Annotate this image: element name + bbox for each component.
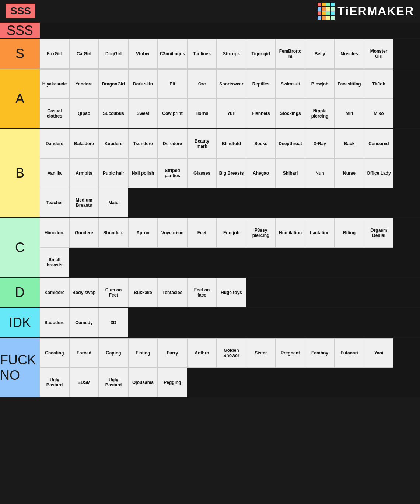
list-item[interactable]: Huge toys [217, 278, 246, 307]
list-item[interactable]: Hiyakasude [40, 69, 69, 99]
list-item[interactable]: Stockings [276, 99, 305, 128]
list-item[interactable]: Cow print [158, 99, 187, 128]
list-item[interactable]: Fisting [128, 338, 158, 368]
list-item[interactable]: Shundere [99, 218, 128, 248]
list-item[interactable]: Biting [335, 218, 364, 248]
list-item[interactable]: Vanilla [40, 158, 69, 188]
list-item[interactable]: Ojousama [128, 368, 158, 397]
list-item[interactable]: Forced [69, 338, 99, 368]
list-item[interactable]: X-Ray [305, 129, 335, 158]
list-item[interactable]: Sister [246, 338, 276, 368]
list-item[interactable]: Blindfold [217, 129, 246, 158]
list-item[interactable]: Qipao [69, 99, 99, 128]
list-item[interactable]: Shibari [276, 158, 305, 188]
list-item[interactable]: Sportswear [217, 69, 246, 99]
list-item[interactable]: Casual clothes [40, 99, 69, 128]
list-item[interactable]: Teacher [40, 188, 69, 217]
list-item[interactable]: Ugly Bastard [40, 368, 69, 397]
list-item[interactable]: BDSM [69, 368, 99, 397]
list-item[interactable]: Cum on Feet [99, 278, 128, 307]
list-item[interactable]: Maid [99, 188, 128, 217]
list-item[interactable]: Sadodere [40, 308, 69, 337]
list-item[interactable]: Feet on face [187, 278, 217, 307]
list-item[interactable]: Vtuber [128, 39, 158, 69]
list-item[interactable]: Yuri [217, 99, 246, 128]
list-item[interactable]: Lactation [305, 218, 335, 248]
list-item[interactable]: Cheating [40, 338, 69, 368]
list-item[interactable]: FoxGirl [40, 39, 69, 69]
list-item[interactable]: Himedere [40, 218, 69, 248]
list-item[interactable]: Deepthroat [276, 129, 305, 158]
list-item[interactable]: Socks [246, 129, 276, 158]
list-item[interactable]: Gaping [99, 338, 128, 368]
list-item[interactable]: Nurse [335, 158, 364, 188]
list-item[interactable]: Facesitting [335, 69, 364, 99]
list-item[interactable]: Belly [305, 39, 335, 69]
list-item[interactable]: Office Lady [364, 158, 393, 188]
list-item[interactable]: Orgasm Denial [364, 218, 393, 248]
list-item[interactable]: Yandere [69, 69, 99, 99]
list-item[interactable]: Orc [187, 69, 217, 99]
list-item[interactable]: Comedy [69, 308, 99, 337]
list-item[interactable]: Pegging [158, 368, 187, 397]
list-item[interactable]: Milf [335, 99, 364, 128]
list-item[interactable]: Pubic hair [99, 158, 128, 188]
list-item[interactable]: Back [335, 129, 364, 158]
list-item[interactable]: Body swap [69, 278, 99, 307]
list-item[interactable]: Deredere [158, 129, 187, 158]
list-item[interactable]: Ugly Bastard [99, 368, 128, 397]
list-item[interactable]: Reptiles [246, 69, 276, 99]
list-item[interactable]: FemBro(tom [276, 39, 305, 69]
list-item[interactable]: Beauty mark [187, 129, 217, 158]
list-item[interactable]: Striped panties [158, 158, 187, 188]
list-item[interactable]: Tanlines [187, 39, 217, 69]
list-item[interactable]: Elf [158, 69, 187, 99]
list-item[interactable]: Blowjob [305, 69, 335, 99]
list-item[interactable]: Feet [187, 218, 217, 248]
list-item[interactable]: Bukkake [128, 278, 158, 307]
list-item[interactable]: Ahegao [246, 158, 276, 188]
list-item[interactable]: Dark skin [128, 69, 158, 99]
list-item[interactable]: Nail polish [128, 158, 158, 188]
list-item[interactable]: Monster Girl [364, 39, 393, 69]
list-item[interactable]: Swimsuit [276, 69, 305, 99]
list-item[interactable]: Tiger girl [246, 39, 276, 69]
list-item[interactable]: Kuudere [99, 129, 128, 158]
list-item[interactable]: Small breasts [40, 248, 69, 277]
list-item[interactable]: Miko [364, 99, 393, 128]
list-item[interactable]: C3nnilingus [158, 39, 187, 69]
list-item[interactable]: Big Breasts [217, 158, 246, 188]
list-item[interactable]: Golden Shower [217, 338, 246, 368]
list-item[interactable]: Furry [158, 338, 187, 368]
list-item[interactable]: Futanari [335, 338, 364, 368]
list-item[interactable]: Yaoi [364, 338, 393, 368]
list-item[interactable]: Tentacles [158, 278, 187, 307]
list-item[interactable]: Anthro [187, 338, 217, 368]
list-item[interactable]: Fishnets [246, 99, 276, 128]
list-item[interactable]: Pregnant [276, 338, 305, 368]
list-item[interactable]: TitJob [364, 69, 393, 99]
list-item[interactable]: Censored [364, 129, 393, 158]
list-item[interactable]: Armpits [69, 158, 99, 188]
list-item[interactable]: Medium Breasts [69, 188, 99, 217]
list-item[interactable]: Apron [128, 218, 158, 248]
list-item[interactable]: CatGirl [69, 39, 99, 69]
list-item[interactable]: Sweat [128, 99, 158, 128]
list-item[interactable]: Muscles [335, 39, 364, 69]
list-item[interactable]: Footjob [217, 218, 246, 248]
list-item[interactable]: Kamidere [40, 278, 69, 307]
list-item[interactable]: Dandere [40, 129, 69, 158]
list-item[interactable]: 3D [99, 308, 128, 337]
list-item[interactable]: Femboy [305, 338, 335, 368]
list-item[interactable]: Stirrups [217, 39, 246, 69]
list-item[interactable]: Nipple piercing [305, 99, 335, 128]
list-item[interactable]: DragonGirl [99, 69, 128, 99]
list-item[interactable]: Nun [305, 158, 335, 188]
list-item[interactable]: Glasses [187, 158, 217, 188]
list-item[interactable]: Tsundere [128, 129, 158, 158]
list-item[interactable]: P3ssy piercing [246, 218, 276, 248]
list-item[interactable]: Horns [187, 99, 217, 128]
list-item[interactable]: Goudere [69, 218, 99, 248]
list-item[interactable]: Succubus [99, 99, 128, 128]
list-item[interactable]: Bakadere [69, 129, 99, 158]
